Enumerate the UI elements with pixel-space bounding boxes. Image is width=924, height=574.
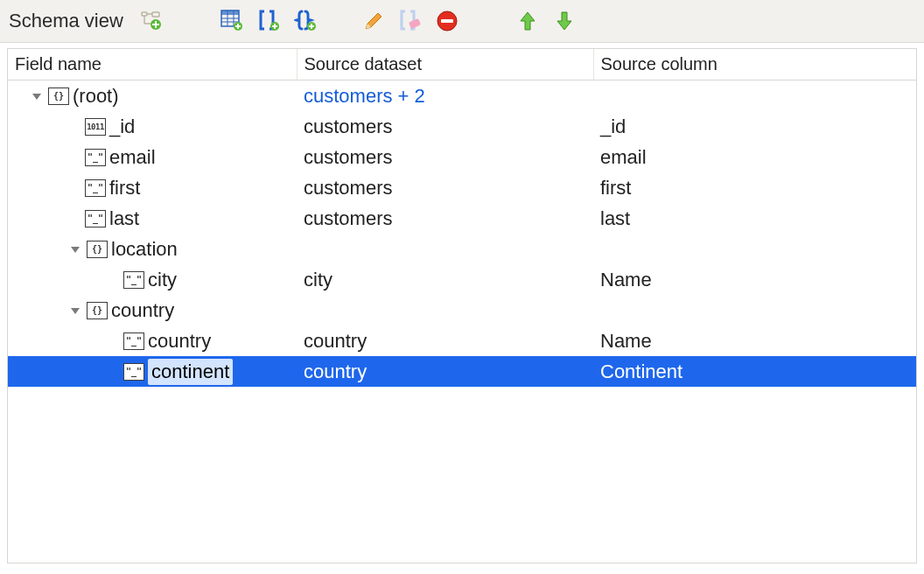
source-column-cell (593, 80, 916, 112)
source-column-cell: last (593, 203, 916, 234)
svg-rect-9 (221, 10, 239, 15)
field-name-label: last (109, 207, 139, 230)
source-dataset-cell (297, 295, 593, 326)
table-add-icon (220, 10, 243, 32)
field-name-label: city (148, 269, 177, 291)
array-add-icon (257, 10, 280, 32)
tree-row[interactable]: firstcustomersfirst (8, 172, 916, 203)
svg-rect-26 (441, 19, 453, 23)
tree-row[interactable]: _idcustomers_id (8, 111, 916, 142)
field-name-label: country (148, 330, 211, 353)
add-table-button[interactable] (218, 7, 246, 35)
tree-row[interactable]: lastcustomerslast (8, 203, 916, 234)
column-source-dataset[interactable]: Source dataset (297, 49, 593, 80)
schema-view-panel: Schema view (0, 0, 924, 574)
column-field-name[interactable]: Field name (8, 49, 297, 80)
clear-array-button[interactable] (396, 7, 424, 35)
field-name-label: country (111, 299, 174, 322)
edit-icon (362, 10, 385, 32)
field-name-label: location (111, 238, 178, 261)
panel-title: Schema view (9, 10, 123, 32)
object-type-icon (87, 241, 108, 258)
source-column-cell: Name (593, 326, 916, 356)
source-column-cell: _id (593, 111, 916, 142)
field-name-label: continent (148, 359, 233, 385)
move-down-icon (553, 10, 576, 32)
source-column-cell (593, 295, 916, 326)
source-dataset-cell: customers + 2 (297, 80, 593, 112)
tree-row[interactable]: countrycountryName (8, 326, 916, 356)
tree-row[interactable]: location (8, 234, 916, 264)
schema-toolbar: Schema view (0, 0, 924, 43)
tree-row[interactable]: (root)customers + 2 (8, 80, 916, 112)
tree-row[interactable]: continentcountryContinent (8, 356, 916, 387)
add-object-button[interactable] (291, 7, 319, 35)
disclosure-triangle-icon[interactable] (67, 303, 83, 318)
object-type-icon (48, 88, 69, 105)
source-dataset-cell: customers (297, 111, 593, 142)
source-dataset-cell: customers (297, 142, 593, 172)
field-name-label: first (109, 177, 140, 200)
move-up-icon (516, 10, 539, 32)
object-type-icon (87, 302, 108, 319)
source-dataset-cell: customers (297, 203, 593, 234)
column-header-row[interactable]: Field name Source dataset Source column (8, 49, 916, 80)
source-dataset-cell: country (297, 326, 593, 356)
svg-rect-1 (152, 12, 159, 17)
add-array-button[interactable] (255, 7, 283, 35)
source-dataset-cell (297, 234, 593, 264)
source-column-cell (593, 234, 916, 264)
source-column-cell: Name (593, 264, 916, 295)
string-type-icon (85, 210, 106, 228)
string-type-icon (85, 149, 106, 166)
source-dataset-cell: customers (297, 172, 593, 203)
field-name-label: _id (109, 116, 135, 138)
source-column-cell: Continent (593, 356, 916, 387)
disclosure-triangle-icon[interactable] (67, 242, 83, 257)
binary-type-icon (85, 118, 106, 136)
string-type-icon (123, 332, 144, 350)
source-column-cell: first (593, 172, 916, 203)
column-source-column[interactable]: Source column (593, 49, 916, 80)
source-column-cell: email (593, 142, 916, 172)
delete-button[interactable] (433, 7, 461, 35)
new-node-icon (140, 10, 163, 32)
disclosure-triangle-icon[interactable] (29, 88, 45, 104)
field-name-label: email (109, 146, 156, 169)
string-type-icon (85, 179, 106, 197)
move-down-button[interactable] (550, 7, 578, 35)
svg-rect-23 (409, 18, 421, 29)
schema-tree-table[interactable]: Field name Source dataset Source column … (7, 48, 917, 564)
field-name-label: (root) (73, 85, 119, 108)
string-type-icon (123, 271, 144, 289)
source-dataset-cell: country (297, 356, 593, 387)
object-add-icon (294, 10, 317, 32)
clear-icon (399, 10, 422, 32)
source-dataset-cell: city (297, 264, 593, 295)
edit-button[interactable] (360, 7, 388, 35)
tree-row[interactable]: country (8, 295, 916, 326)
move-up-button[interactable] (514, 7, 542, 35)
delete-icon (436, 10, 458, 32)
string-type-icon (123, 363, 144, 381)
svg-rect-0 (142, 12, 147, 16)
new-node-button[interactable] (137, 7, 165, 35)
tree-row[interactable]: citycityName (8, 264, 916, 295)
tree-row[interactable]: emailcustomersemail (8, 142, 916, 172)
